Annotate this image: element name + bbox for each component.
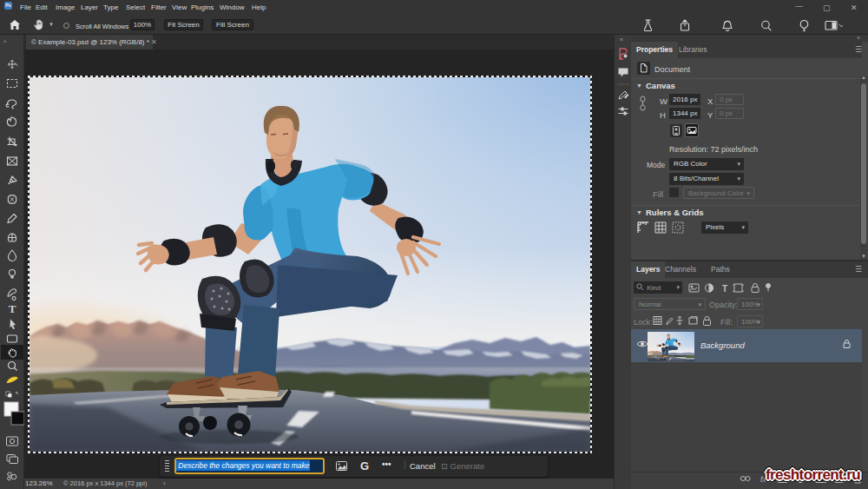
svg-text:T: T: [722, 284, 727, 294]
svg-text:T: T: [9, 302, 16, 315]
svg-text:»: »: [3, 38, 7, 43]
svg-text:«: «: [620, 36, 623, 43]
